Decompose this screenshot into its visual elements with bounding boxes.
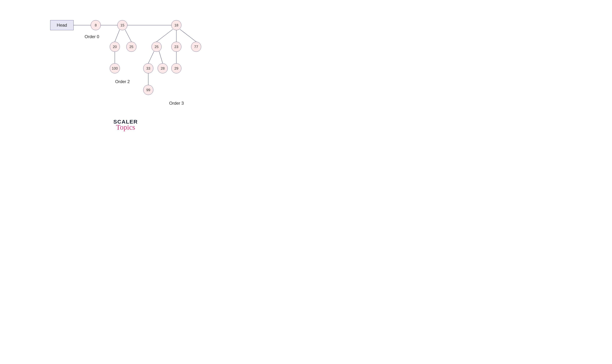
scaler-topics-logo: SCALER Topics xyxy=(113,119,138,131)
label-order-0: Order 0 xyxy=(85,34,99,39)
node-23: 23 xyxy=(171,42,181,52)
svg-line-4 xyxy=(125,30,131,42)
node-8: 8 xyxy=(91,20,101,30)
node-15: 15 xyxy=(117,20,127,30)
svg-line-6 xyxy=(157,29,173,42)
svg-line-8 xyxy=(180,29,196,42)
node-33: 33 xyxy=(143,63,153,73)
logo-topics-text: Topics xyxy=(113,123,138,131)
svg-line-9 xyxy=(148,51,154,63)
head-label: Head xyxy=(57,23,67,28)
svg-line-10 xyxy=(159,51,163,63)
diagram-canvas: Head 8 15 18 20 25 100 25 23 77 33 28 29… xyxy=(0,0,263,156)
node-20: 20 xyxy=(110,42,120,52)
node-100: 100 xyxy=(110,63,120,73)
label-order-3: Order 3 xyxy=(169,101,184,106)
node-25-b: 25 xyxy=(151,42,162,52)
node-18: 18 xyxy=(171,20,181,30)
edges-layer xyxy=(0,0,263,156)
head-box: Head xyxy=(50,20,74,30)
node-77: 77 xyxy=(191,42,201,52)
node-29: 29 xyxy=(171,63,181,73)
node-99: 99 xyxy=(143,85,153,95)
label-order-2: Order 2 xyxy=(115,79,130,84)
svg-line-3 xyxy=(115,30,120,42)
node-25-a: 25 xyxy=(126,42,136,52)
node-28: 28 xyxy=(158,63,168,73)
